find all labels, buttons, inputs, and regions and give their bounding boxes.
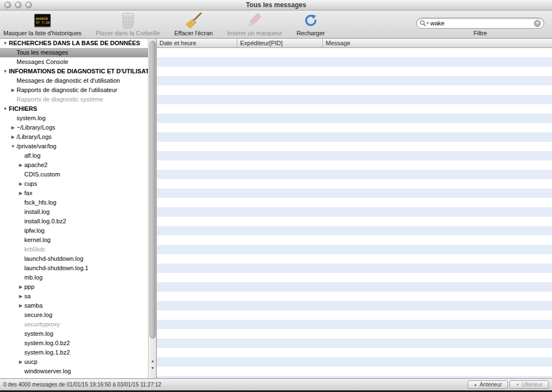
disclosure-closed-icon[interactable]: ▶ <box>9 85 17 95</box>
column-header-message[interactable]: Message <box>323 39 552 47</box>
sidebar-item-label: launchd-shutdown.log.1 <box>24 264 88 273</box>
titlebar[interactable]: Tous les messages <box>0 0 552 10</box>
sidebar-item-label: uucp <box>24 357 38 367</box>
sidebar-item[interactable]: ▶apache2 <box>0 160 148 170</box>
sidebar-item[interactable]: Messages Console <box>0 57 148 67</box>
sidebar-item-label: RECHERCHES DANS LA BASE DE DONNÉES <box>9 39 140 48</box>
disclosure-closed-icon[interactable]: ▶ <box>17 189 24 198</box>
console-window: Tous les messages WARNIN SY 7:36 Masquer… <box>0 0 552 392</box>
sidebar-item-label: Rapports de diagnostic système <box>17 95 103 104</box>
sidebar-item[interactable]: Rapports de diagnostic système <box>0 95 148 104</box>
sidebar-item[interactable]: ▶Rapports de diagnostic de l'utilisateur <box>0 85 148 95</box>
filter-search-field[interactable]: ▾ <box>416 18 544 29</box>
scroll-up-arrow-icon[interactable] <box>148 357 157 364</box>
disclosure-closed-icon[interactable]: ▶ <box>17 292 24 301</box>
disclosure-open-icon[interactable]: ▼ <box>2 39 9 48</box>
sidebar-item[interactable]: install.log <box>0 207 148 217</box>
trash-icon <box>121 12 135 29</box>
sidebar-item[interactable]: secure.log <box>0 310 148 320</box>
disclosure-closed-icon[interactable]: ▶ <box>17 357 24 367</box>
reload-icon <box>304 12 318 29</box>
sidebar-item-label: install.log.0.bz2 <box>24 217 66 226</box>
sidebar-item[interactable]: ipfw.log <box>0 226 148 235</box>
sidebar-item[interactable]: ▼/private/var/log <box>0 142 148 151</box>
disclosure-closed-icon[interactable]: ▶ <box>9 132 17 142</box>
column-header-date[interactable]: Date et heure <box>157 39 237 47</box>
disclosure-closed-icon[interactable]: ▶ <box>17 179 24 189</box>
sidebar-item[interactable]: ▶~/Library/Logs <box>0 123 148 132</box>
sidebar-item[interactable]: ▶ppp <box>0 282 148 292</box>
sidebar-item[interactable]: system.log <box>0 114 148 123</box>
sidebar-section[interactable]: ▼INFORMATIONS DE DIAGNOSTIC ET D'UTILISA… <box>0 67 148 76</box>
sidebar-item-label: ~/Library/Logs <box>17 123 55 132</box>
sidebar-item[interactable]: Messages de diagnostic et d'utilisation <box>0 76 148 85</box>
sidebar-item[interactable]: krb5kdc <box>0 245 148 254</box>
sidebar-item[interactable]: launchd-shutdown.log.1 <box>0 264 148 273</box>
previous-button[interactable]: Antérieur <box>468 380 508 389</box>
sidebar-section[interactable]: ▼FICHIERS <box>0 104 148 114</box>
sidebar-item[interactable]: system.log.0.bz2 <box>0 339 148 348</box>
log-window-icon: WARNIN SY 7:36 <box>34 12 51 29</box>
reload-button[interactable]: Recharger <box>296 12 325 36</box>
sidebar-item[interactable]: system.log <box>0 329 148 339</box>
disclosure-open-icon[interactable]: ▼ <box>2 104 9 114</box>
clear-display-button[interactable]: Effacer l'écran <box>174 12 213 36</box>
sidebar-item[interactable]: system.log.1.bz2 <box>0 348 148 357</box>
disclosure-open-icon[interactable]: ▼ <box>9 142 17 151</box>
sidebar-item-label: FICHIERS <box>9 104 37 114</box>
next-button[interactable]: Ultérieur <box>509 380 549 389</box>
sidebar-item[interactable]: install.log.0.bz2 <box>0 217 148 226</box>
search-magnifier-icon[interactable]: ▾ <box>420 20 429 26</box>
sidebar-item-label: /Library/Logs <box>17 132 52 142</box>
disclosure-closed-icon[interactable]: ▶ <box>9 123 17 132</box>
sidebar-item-label: system.log <box>17 114 46 123</box>
disclosure-closed-icon[interactable]: ▶ <box>17 160 24 170</box>
sidebar-item[interactable]: ▶fax <box>0 189 148 198</box>
sidebar-item[interactable]: securityproxy <box>0 320 148 329</box>
sidebar-item-label: cups <box>24 179 37 189</box>
sidebar-item-label: install.log <box>24 207 50 217</box>
filter-search-area: ▾ Filtre <box>416 18 544 36</box>
sidebar-item[interactable]: ▶uucp <box>0 357 148 367</box>
scroll-down-arrow-icon[interactable] <box>148 364 157 372</box>
reload-label: Recharger <box>296 30 325 36</box>
sidebar-item[interactable]: CDIS.custom <box>0 170 148 179</box>
sidebar-item[interactable]: ▶cups <box>0 179 148 189</box>
move-to-trash-label: Placer dans la Corbeille <box>96 30 160 36</box>
sidebar-scrollbar[interactable] <box>148 39 156 378</box>
disclosure-closed-icon[interactable]: ▶ <box>17 301 24 310</box>
insert-marker-button[interactable]: Insérer un marqueur <box>227 12 282 36</box>
move-to-trash-button[interactable]: Placer dans la Corbeille <box>96 12 160 36</box>
sidebar-item[interactable]: alf.log <box>0 151 148 160</box>
filter-search-input[interactable] <box>431 20 534 26</box>
sidebar-item[interactable]: mb.log <box>0 273 148 282</box>
sidebar-item[interactable]: ▶/Library/Logs <box>0 132 148 142</box>
sidebar-item[interactable]: ▶samba <box>0 301 148 310</box>
toolbar: WARNIN SY 7:36 Masquer la liste d'histor… <box>0 10 552 39</box>
sidebar-item-label: secure.log <box>24 310 52 320</box>
disclosure-open-icon[interactable]: ▼ <box>2 67 9 76</box>
log-icon-text-line2: SY 7:36 <box>36 20 50 24</box>
sidebar-item-label: sa <box>24 292 31 301</box>
sidebar-item-label: Messages Console <box>17 57 68 67</box>
scrollbar-arrows <box>148 357 157 372</box>
sidebar-list: ▼RECHERCHES DANS LA BASE DE DONNÉESTous … <box>0 39 148 378</box>
clear-search-icon[interactable] <box>534 20 541 27</box>
sidebar-item-label: Messages de diagnostic et d'utilisation <box>17 76 120 85</box>
sidebar-item[interactable]: launchd-shutdown.log <box>0 254 148 264</box>
sidebar-item[interactable]: fsck_hfs.log <box>0 198 148 207</box>
sidebar-section[interactable]: ▼RECHERCHES DANS LA BASE DE DONNÉES <box>0 39 148 48</box>
sidebar-item-label: launchd-shutdown.log <box>24 254 83 264</box>
sidebar-item-label: apache2 <box>24 160 47 170</box>
hide-log-list-button[interactable]: WARNIN SY 7:36 Masquer la liste d'histor… <box>3 12 82 36</box>
sidebar-item-label: system.log.1.bz2 <box>24 348 70 357</box>
disclosure-closed-icon[interactable]: ▶ <box>17 282 24 292</box>
sidebar-item[interactable]: windowserver.log <box>0 367 148 376</box>
sidebar-item[interactable]: Tous les messages <box>0 48 148 57</box>
sidebar-item[interactable]: kernel.log <box>0 235 148 245</box>
scrollbar-thumb[interactable] <box>150 41 156 339</box>
sidebar-item-label: ppp <box>24 282 34 292</box>
sidebar-item-label: /private/var/log <box>17 142 56 151</box>
column-header-sender[interactable]: Expéditeur[PID] <box>237 39 323 47</box>
sidebar-item[interactable]: ▶sa <box>0 292 148 301</box>
